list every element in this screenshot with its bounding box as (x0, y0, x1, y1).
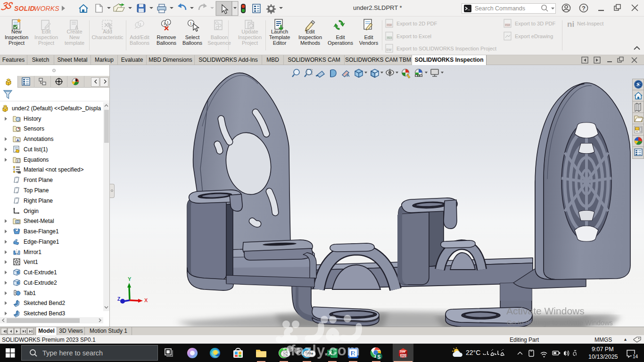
svg-text:SW: SW (386, 48, 392, 51)
svg-text:A: A (347, 73, 350, 78)
svg-text:Y: Y (128, 276, 132, 282)
svg-text:14: 14 (633, 354, 638, 359)
svg-text:1: 1 (164, 22, 166, 26)
svg-text:SOLID: SOLID (14, 5, 35, 12)
svg-text:R: R (351, 350, 355, 357)
svg-text:1: 1 (190, 21, 192, 25)
svg-text:PDF: PDF (387, 24, 392, 26)
svg-text:X: X (144, 297, 148, 303)
svg-text:Σ: Σ (17, 159, 19, 163)
svg-text:ni: ni (567, 20, 574, 29)
svg-text:SW: SW (400, 349, 406, 354)
svg-text:S: S (378, 354, 381, 360)
svg-text:1: 1 (140, 22, 142, 26)
svg-text:PDF: PDF (505, 24, 511, 26)
svg-text:Z: Z (117, 296, 120, 302)
svg-text:1: 1 (167, 20, 169, 25)
svg-text:A: A (17, 138, 19, 142)
svg-text:2023: 2023 (401, 354, 408, 357)
svg-text:?: ? (582, 5, 586, 12)
svg-text:X: X (329, 350, 332, 356)
svg-text:XLS: XLS (387, 36, 392, 39)
svg-text:WORKS: WORKS (34, 5, 59, 12)
